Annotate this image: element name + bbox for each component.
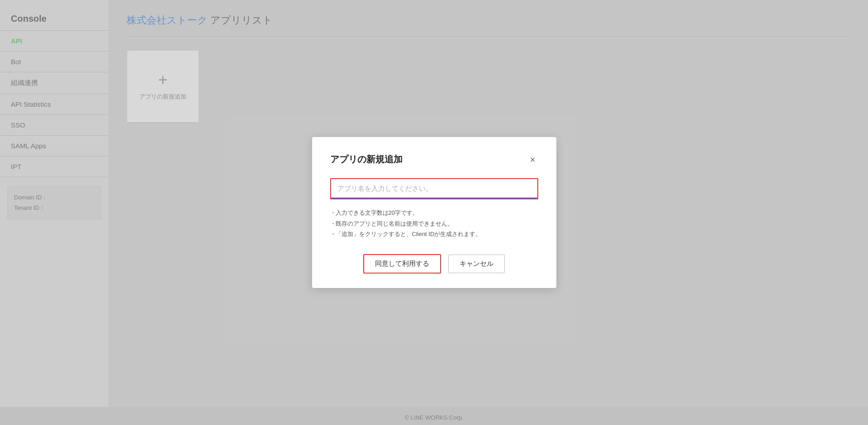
modal-title: アプリの新規追加	[330, 153, 403, 165]
modal-note-2: 既存のアプリと同じ名前は使用できません。	[330, 218, 538, 229]
modal-overlay: アプリの新規追加 × 入力できる文字数は20字です。 既存のアプリと同じ名前は使…	[0, 0, 868, 425]
modal-dialog: アプリの新規追加 × 入力できる文字数は20字です。 既存のアプリと同じ名前は使…	[312, 137, 556, 288]
modal-note-1: 入力できる文字数は20字です。	[330, 208, 538, 218]
modal-notes: 入力できる文字数は20字です。 既存のアプリと同じ名前は使用できません。 「追加…	[330, 208, 538, 239]
modal-note-3: 「追加」をクリックすると、Client IDが生成されます。	[330, 229, 538, 239]
modal-input-wrapper	[330, 178, 538, 199]
modal-footer: 同意して利用する キャンセル	[330, 254, 538, 274]
modal-header: アプリの新規追加 ×	[330, 153, 538, 165]
confirm-button[interactable]: 同意して利用する	[363, 254, 441, 274]
app-name-input[interactable]	[331, 179, 537, 198]
cancel-button[interactable]: キャンセル	[448, 255, 505, 273]
modal-close-button[interactable]: ×	[527, 154, 538, 165]
